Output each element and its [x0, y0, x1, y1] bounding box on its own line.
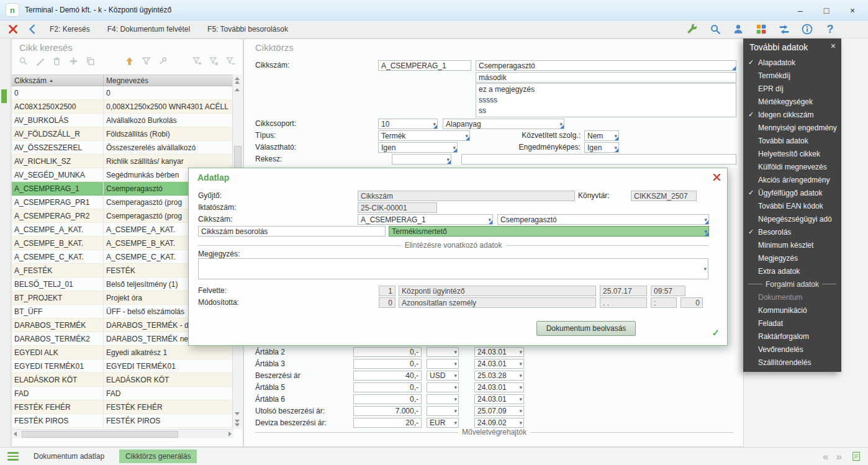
mediated-service-combo[interactable]: Nem▾ — [584, 130, 619, 141]
price-currency-combo[interactable]: ▾ — [427, 347, 459, 357]
abort-icon[interactable] — [6, 22, 20, 36]
close-button[interactable]: × — [839, 0, 866, 20]
price-date-combo[interactable]: 24.09.02▾ — [474, 418, 524, 428]
menu-item[interactable]: ✓ Idegen cikkszám — [743, 108, 841, 121]
table-row[interactable]: FESTÉK PIROS FESTÉK PIROS — [12, 414, 233, 428]
menu-item[interactable]: ✓ Mértékegységek — [743, 95, 841, 108]
collector-field[interactable]: Cikkszám — [358, 191, 575, 201]
menu-item[interactable]: ✓ EPR díj — [743, 82, 841, 95]
selectable-combo[interactable]: Igen▾ — [378, 142, 458, 153]
page-prev-icon[interactable]: « — [823, 451, 828, 462]
promote-arrow-up-icon[interactable] — [123, 55, 135, 67]
menu-item[interactable]: ✓ Népegészségügyi adó — [743, 212, 841, 225]
price-value-field[interactable]: 20,- — [353, 418, 422, 428]
price-currency-combo[interactable]: EUR▾ — [427, 418, 459, 428]
modified-by-id-field[interactable]: 0 — [379, 297, 396, 308]
tools-wrench-icon[interactable] — [685, 22, 699, 36]
price-currency-combo[interactable]: ▾ — [427, 359, 459, 369]
table-row[interactable]: AV_FÖLDSZÁLL_R Földszállítás (Robi) — [12, 127, 233, 141]
menu-item[interactable]: ✓ Megjegyzés — [743, 251, 841, 264]
price-date-combo[interactable]: 24.03.01▾ — [474, 347, 524, 357]
price-currency-combo[interactable]: ▾ — [427, 394, 459, 404]
table-row[interactable]: FAD FAD — [12, 387, 233, 400]
menu-item[interactable]: ✓ Ügyfélfüggő adatok — [743, 186, 841, 199]
toolbar-action[interactable]: F4: Dokumentum felvétel — [107, 25, 190, 34]
menu-item[interactable]: ✓ Dokumentum — [743, 291, 841, 304]
table-row[interactable]: EGYEDI ALK Egyedi alkatrész 1 — [12, 346, 233, 359]
menu-item[interactable]: ✓ Extra adatok — [743, 264, 841, 278]
price-value-field[interactable]: 0,- — [353, 394, 422, 404]
scan-document-button[interactable]: Dokumentum beolvasás — [536, 321, 636, 336]
document-type-combo[interactable]: Termékismertető▾ — [389, 226, 709, 237]
table-row[interactable]: AC08X1250X2500 0,008X1250x2500 WNR4301 A… — [12, 100, 233, 114]
filter-add-icon[interactable] — [191, 55, 203, 67]
menu-item[interactable]: ✓ További adatok — [743, 134, 841, 147]
item-name-field[interactable]: Csemperagasztó — [476, 60, 736, 71]
library-field[interactable]: CIKKSZM_2507 — [631, 191, 697, 201]
price-value-field[interactable]: 0,- — [353, 359, 422, 369]
scroll-down-icon[interactable] — [235, 412, 240, 415]
table-row[interactable]: AV_RICHLIK_SZ Richlik szállítás/ kanyar — [12, 155, 233, 168]
back-icon[interactable] — [26, 22, 40, 36]
menu-item[interactable]: ✓ Külföldi megnevezés — [743, 160, 841, 173]
price-date-combo[interactable]: 24.03.01▾ — [474, 382, 524, 392]
menu-item[interactable]: ✓ Minimum készlet — [743, 238, 841, 251]
menu-item[interactable]: ✓ Helyettesítő cikkek — [743, 147, 841, 160]
price-value-field[interactable]: 0,- — [353, 382, 422, 392]
column-header-name[interactable]: Megnevezés — [104, 75, 233, 86]
menu-item[interactable]: ✓ Raktárforgalom — [743, 330, 841, 343]
menu-item[interactable]: ✓ Alapadatok — [743, 56, 841, 69]
price-value-field[interactable]: 40,- — [353, 371, 422, 381]
type-combo[interactable]: Termék▾ — [378, 130, 470, 141]
transfer-arrows-icon[interactable] — [777, 22, 791, 36]
item-number-combo[interactable]: A_CSEMPERAG_1▾ — [358, 214, 493, 225]
scroll-up-icon[interactable] — [235, 88, 240, 91]
table-row[interactable]: ELADÁSKOR KÖT ELADÁSKOR KÖT — [12, 373, 233, 387]
menu-item[interactable]: ✓ Szállítórendelés — [743, 356, 841, 369]
table-row[interactable]: FESTÉK FEHÉR FESTÉK FEHÉR — [12, 400, 233, 414]
scroll-right-icon[interactable] — [228, 431, 232, 436]
menu-hamburger-icon[interactable] — [7, 452, 19, 461]
copy-icon[interactable] — [84, 55, 96, 67]
pin-icon[interactable] — [156, 55, 169, 67]
price-currency-combo[interactable]: ▾ — [427, 382, 459, 392]
add-plus-icon[interactable] — [67, 55, 79, 67]
help-icon[interactable]: ? — [823, 22, 837, 36]
menu-item[interactable]: ✓ Mennyiségi engedmény — [743, 121, 841, 134]
document-icon[interactable] — [849, 449, 863, 463]
price-currency-combo[interactable]: USD▾ — [427, 371, 459, 381]
left-tab-strip[interactable] — [0, 38, 11, 447]
tab-item-master-generate[interactable]: Cikktörzs generálás — [119, 449, 197, 463]
horizontal-scrollbar[interactable] — [12, 429, 233, 438]
maximize-button[interactable]: □ — [813, 0, 839, 20]
created-date-field[interactable]: 25.07.17 — [600, 286, 647, 296]
item-name2-field[interactable]: második — [476, 72, 736, 83]
bin-extra-field[interactable] — [461, 154, 736, 165]
created-time-field[interactable]: 09:57 — [651, 286, 685, 296]
price-date-combo[interactable]: 24.03.01▾ — [474, 359, 524, 369]
page-next-icon[interactable]: » — [836, 451, 842, 462]
scroll-up-icon[interactable] — [235, 77, 240, 80]
filter-funnel-icon[interactable] — [140, 55, 152, 67]
modified-count-field[interactable]: 0 — [680, 297, 703, 308]
table-row[interactable]: AV_ÖSSZESZEREL Összeszerelés alvállalkoz… — [12, 141, 233, 155]
bin-combo[interactable]: ▾ — [392, 154, 451, 165]
tab-document-datasheet[interactable]: Dokumentum adatlap — [27, 449, 111, 463]
table-row[interactable]: EGYEDI TERMÉK01 EGYEDI TERMÉK01 — [12, 359, 233, 373]
price-date-combo[interactable]: 25.07.09▾ — [474, 406, 524, 416]
delete-trash-icon[interactable] — [50, 55, 63, 67]
apps-grid-icon[interactable] — [754, 22, 768, 36]
note-textarea[interactable]: ▾ — [198, 258, 708, 279]
filter-remove-icon[interactable] — [207, 55, 220, 67]
menu-item[interactable]: ✓ Vevőrendelés — [743, 343, 841, 356]
scroll-thumb[interactable] — [22, 431, 178, 438]
user-icon[interactable] — [731, 22, 745, 36]
item-name-combo[interactable]: Csemperagasztó▾ — [497, 214, 709, 225]
scroll-down-icon[interactable] — [235, 423, 240, 427]
menu-item[interactable]: ✓ Kommunikáció — [743, 304, 841, 317]
dialog-close-icon[interactable] — [713, 173, 721, 184]
table-row[interactable]: 0 0 — [12, 86, 233, 100]
item-group-code-combo[interactable]: 10▾ — [378, 119, 438, 129]
registry-number-field[interactable]: 25-CIK-00001 — [358, 202, 437, 213]
price-value-field[interactable]: 0,- — [353, 347, 422, 357]
